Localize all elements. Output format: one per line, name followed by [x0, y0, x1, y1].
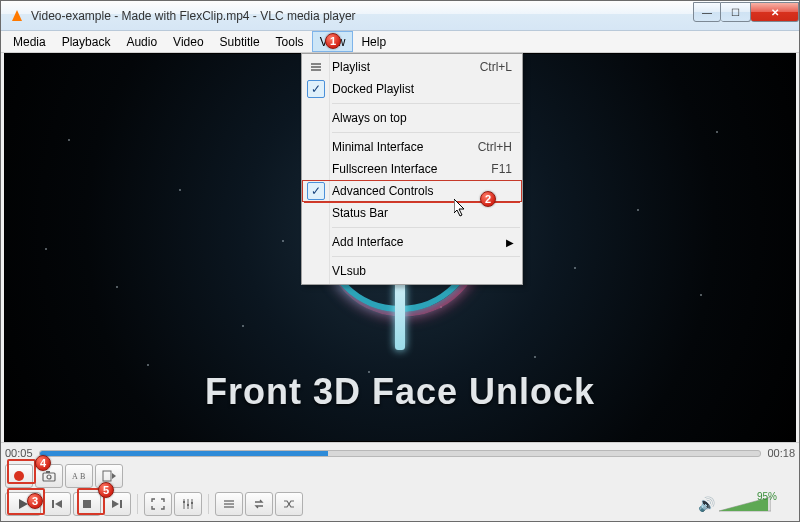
submenu-arrow-icon: ▶	[506, 237, 522, 248]
menuitem-vlsub[interactable]: VLsub	[302, 260, 522, 282]
view-dropdown: Playlist Ctrl+L ✓ Docked Playlist Always…	[301, 53, 523, 285]
menuitem-label: VLsub	[332, 264, 366, 278]
svg-rect-9	[52, 500, 54, 508]
annotation-badge-3: 3	[27, 493, 43, 509]
svg-rect-11	[83, 500, 91, 508]
time-total: 00:18	[767, 447, 795, 459]
speaker-icon[interactable]: 🔊	[698, 496, 715, 512]
svg-rect-19	[191, 502, 193, 504]
menuitem-shortcut: F11	[491, 162, 522, 176]
window-title: Video-example - Made with FlexClip.mp4 -…	[31, 9, 693, 23]
svg-point-2	[47, 475, 51, 479]
main-controls-row: 🔊 95%	[5, 491, 795, 517]
svg-rect-18	[187, 504, 189, 506]
menuitem-add-interface[interactable]: Add Interface ▶	[302, 231, 522, 253]
svg-rect-6	[103, 471, 111, 481]
svg-rect-1	[43, 473, 55, 481]
separator	[208, 494, 209, 514]
menu-subtitle[interactable]: Subtitle	[212, 31, 268, 52]
separator	[137, 494, 138, 514]
menuitem-fullscreen-interface[interactable]: Fullscreen Interface F11	[302, 158, 522, 180]
check-icon: ✓	[307, 80, 325, 98]
titlebar: Video-example - Made with FlexClip.mp4 -…	[1, 1, 799, 31]
shuffle-button[interactable]	[275, 492, 303, 516]
annotation-badge-4: 4	[35, 455, 51, 471]
minimize-button[interactable]: —	[693, 2, 721, 22]
seek-slider[interactable]	[39, 450, 762, 457]
menu-video[interactable]: Video	[165, 31, 211, 52]
svg-rect-3	[46, 471, 50, 473]
check-icon: ✓	[307, 182, 325, 200]
svg-text:B: B	[80, 472, 85, 481]
playlist-button[interactable]	[215, 492, 243, 516]
menuitem-label: Add Interface	[332, 235, 403, 249]
menuitem-label: Advanced Controls	[332, 184, 433, 198]
svg-marker-12	[112, 500, 119, 508]
separator	[332, 103, 520, 104]
playlist-icon	[308, 59, 324, 75]
previous-button[interactable]	[43, 492, 71, 516]
menuitem-shortcut: Ctrl+L	[480, 60, 522, 74]
annotation-badge-5: 5	[98, 482, 114, 498]
menuitem-shortcut: Ctrl+H	[478, 140, 522, 154]
menubar: Media Playback Audio Video Subtitle Tool…	[1, 31, 799, 53]
menuitem-label: Minimal Interface	[332, 140, 423, 154]
time-current: 00:05	[5, 447, 33, 459]
stop-button[interactable]	[73, 492, 101, 516]
menuitem-label: Status Bar	[332, 206, 388, 220]
vlc-window: Video-example - Made with FlexClip.mp4 -…	[0, 0, 800, 522]
volume-percent: 95%	[757, 491, 777, 502]
menuitem-docked-playlist[interactable]: ✓ Docked Playlist	[302, 78, 522, 100]
svg-point-0	[14, 471, 24, 481]
menu-audio[interactable]: Audio	[118, 31, 165, 52]
separator	[332, 227, 520, 228]
menuitem-always-on-top[interactable]: Always on top	[302, 107, 522, 129]
fullscreen-button[interactable]	[144, 492, 172, 516]
separator	[332, 256, 520, 257]
svg-text:A: A	[72, 472, 78, 481]
controls-panel: 00:05 00:18 AB	[1, 442, 799, 521]
separator	[332, 132, 520, 133]
menuitem-playlist[interactable]: Playlist Ctrl+L	[302, 56, 522, 78]
video-caption: Front 3D Face Unlock	[5, 371, 795, 413]
maximize-button[interactable]: ☐	[721, 2, 751, 22]
menuitem-label: Playlist	[332, 60, 370, 74]
menuitem-label: Always on top	[332, 111, 407, 125]
svg-marker-7	[112, 473, 116, 479]
volume-control: 🔊 95%	[698, 495, 795, 513]
loop-ab-button[interactable]: AB	[65, 464, 93, 488]
menu-help[interactable]: Help	[353, 31, 394, 52]
time-bar: 00:05 00:18	[5, 445, 795, 461]
svg-rect-13	[120, 500, 122, 508]
svg-marker-10	[55, 500, 62, 508]
record-button[interactable]	[5, 464, 33, 488]
annotation-badge-2: 2	[480, 191, 496, 207]
menu-media[interactable]: Media	[5, 31, 54, 52]
advanced-controls-row: AB	[5, 463, 795, 489]
extended-settings-button[interactable]	[174, 492, 202, 516]
menuitem-label: Docked Playlist	[332, 82, 414, 96]
svg-rect-17	[183, 501, 185, 503]
menuitem-label: Fullscreen Interface	[332, 162, 437, 176]
menu-tools[interactable]: Tools	[268, 31, 312, 52]
close-button[interactable]: ✕	[751, 2, 799, 22]
window-buttons: — ☐ ✕	[693, 2, 799, 22]
annotation-badge-1: 1	[325, 33, 341, 49]
vlc-cone-icon	[9, 8, 25, 24]
loop-button[interactable]	[245, 492, 273, 516]
menuitem-minimal-interface[interactable]: Minimal Interface Ctrl+H	[302, 136, 522, 158]
menu-playback[interactable]: Playback	[54, 31, 119, 52]
